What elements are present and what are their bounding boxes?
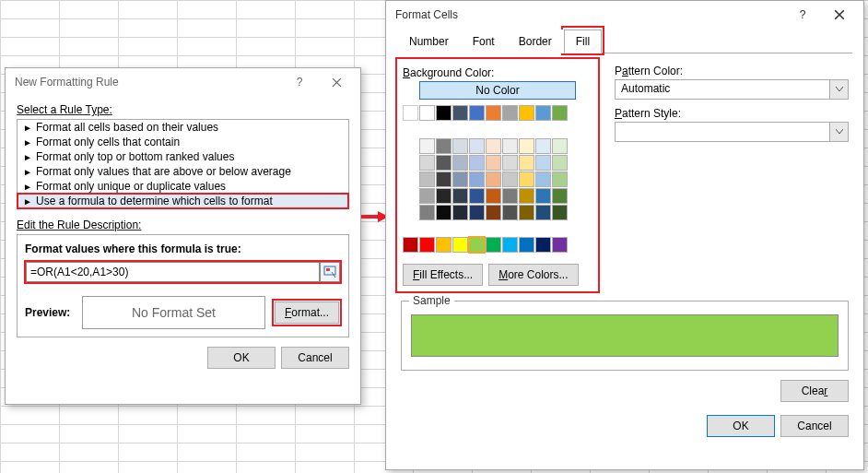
color-swatch[interactable] bbox=[486, 171, 501, 187]
color-swatch[interactable] bbox=[436, 138, 452, 154]
rule-type-item[interactable]: ►Format only top or bottom ranked values bbox=[18, 149, 348, 164]
color-swatch[interactable] bbox=[419, 205, 435, 220]
color-swatch[interactable] bbox=[419, 188, 435, 204]
cancel-button[interactable]: Cancel bbox=[780, 415, 849, 437]
new-formatting-rule-dialog: New Formatting Rule ? Select a Rule Type… bbox=[5, 67, 361, 405]
tab-fill[interactable]: Fill bbox=[564, 30, 602, 53]
rule-type-item-formula[interactable]: ►Use a formula to determine which cells … bbox=[18, 194, 348, 208]
color-swatch[interactable] bbox=[436, 237, 452, 253]
color-swatch[interactable] bbox=[419, 155, 435, 171]
rule-type-item[interactable]: ►Format only unique or duplicate values bbox=[18, 179, 348, 194]
color-swatch[interactable] bbox=[403, 237, 418, 253]
tab-number[interactable]: Number bbox=[397, 30, 461, 53]
pattern-color-select[interactable]: Automatic bbox=[615, 79, 849, 100]
color-swatch[interactable] bbox=[486, 105, 501, 121]
ok-button[interactable]: OK bbox=[207, 347, 276, 369]
color-swatch[interactable] bbox=[419, 138, 435, 154]
color-swatch[interactable] bbox=[502, 205, 518, 220]
color-swatch[interactable] bbox=[519, 155, 534, 171]
color-swatch[interactable] bbox=[452, 205, 468, 220]
color-swatch[interactable] bbox=[502, 171, 518, 187]
fill-effects-button[interactable]: Fill Effects... bbox=[403, 264, 483, 286]
more-colors-button[interactable]: More Colors... bbox=[488, 264, 578, 286]
color-swatch[interactable] bbox=[535, 138, 551, 154]
color-swatch[interactable] bbox=[469, 155, 485, 171]
color-swatch[interactable] bbox=[535, 237, 551, 253]
color-swatch[interactable] bbox=[502, 155, 518, 171]
clear-button[interactable]: Clear bbox=[780, 380, 849, 402]
theme-colors-grid[interactable] bbox=[403, 105, 592, 220]
color-swatch[interactable] bbox=[552, 105, 568, 121]
tab-border[interactable]: Border bbox=[507, 30, 564, 53]
ok-button[interactable]: OK bbox=[707, 415, 775, 437]
color-swatch[interactable] bbox=[486, 237, 501, 253]
color-swatch[interactable] bbox=[519, 171, 534, 187]
color-swatch[interactable] bbox=[486, 205, 501, 220]
standard-colors-grid[interactable] bbox=[403, 237, 592, 253]
format-button[interactable]: Format... bbox=[275, 302, 339, 324]
no-color-button[interactable]: No Color bbox=[419, 81, 576, 100]
color-swatch[interactable] bbox=[519, 188, 534, 204]
color-swatch[interactable] bbox=[419, 171, 435, 187]
nf-titlebar: New Formatting Rule ? bbox=[6, 68, 360, 96]
sample-area: Sample bbox=[401, 301, 849, 371]
color-swatch[interactable] bbox=[452, 237, 468, 253]
color-swatch[interactable] bbox=[486, 155, 501, 171]
color-swatch[interactable] bbox=[519, 138, 534, 154]
pattern-style-select[interactable] bbox=[615, 122, 849, 142]
color-swatch[interactable] bbox=[469, 171, 485, 187]
color-swatch[interactable] bbox=[469, 105, 485, 121]
rule-type-item[interactable]: ►Format all cells based on their values bbox=[18, 120, 348, 135]
color-swatch[interactable] bbox=[552, 138, 568, 154]
color-swatch[interactable] bbox=[535, 188, 551, 204]
color-swatch[interactable] bbox=[419, 237, 435, 253]
color-swatch[interactable] bbox=[535, 205, 551, 220]
rule-type-item[interactable]: ►Format only cells that contain bbox=[18, 135, 348, 149]
close-button[interactable] bbox=[821, 2, 858, 28]
color-swatch[interactable] bbox=[403, 105, 418, 121]
help-button[interactable]: ? bbox=[281, 69, 318, 95]
color-swatch[interactable] bbox=[436, 155, 452, 171]
color-swatch[interactable] bbox=[519, 105, 534, 121]
color-swatch[interactable] bbox=[519, 205, 534, 220]
formula-input[interactable] bbox=[26, 262, 320, 282]
color-swatch[interactable] bbox=[552, 188, 568, 204]
color-swatch[interactable] bbox=[436, 105, 452, 121]
color-swatch[interactable] bbox=[436, 171, 452, 187]
color-swatch[interactable] bbox=[519, 237, 534, 253]
color-swatch[interactable] bbox=[552, 237, 568, 253]
color-swatch[interactable] bbox=[502, 237, 518, 253]
cancel-button[interactable]: Cancel bbox=[281, 347, 349, 369]
color-swatch[interactable] bbox=[469, 205, 485, 220]
color-swatch[interactable] bbox=[452, 138, 468, 154]
chevron-down-icon bbox=[829, 123, 848, 141]
color-swatch[interactable] bbox=[535, 155, 551, 171]
color-swatch[interactable] bbox=[552, 155, 568, 171]
color-swatch[interactable] bbox=[535, 171, 551, 187]
color-swatch[interactable] bbox=[436, 205, 452, 220]
help-button[interactable]: ? bbox=[784, 2, 821, 28]
color-swatch[interactable] bbox=[452, 155, 468, 171]
color-swatch[interactable] bbox=[469, 138, 485, 154]
color-swatch[interactable] bbox=[502, 188, 518, 204]
color-swatch[interactable] bbox=[502, 138, 518, 154]
pattern-style-label: Pattern Style: bbox=[615, 107, 849, 120]
range-picker-button[interactable] bbox=[320, 262, 340, 282]
color-swatch[interactable] bbox=[452, 171, 468, 187]
color-swatch[interactable] bbox=[486, 138, 501, 154]
color-swatch[interactable] bbox=[552, 171, 568, 187]
color-swatch[interactable] bbox=[436, 188, 452, 204]
color-swatch[interactable] bbox=[535, 105, 551, 121]
color-swatch[interactable] bbox=[502, 105, 518, 121]
color-swatch[interactable] bbox=[469, 188, 485, 204]
rule-type-list[interactable]: ►Format all cells based on their values … bbox=[17, 119, 349, 209]
color-swatch[interactable] bbox=[452, 105, 468, 121]
rule-type-item[interactable]: ►Format only values that are above or be… bbox=[18, 164, 348, 179]
tab-font[interactable]: Font bbox=[461, 30, 507, 53]
color-swatch[interactable] bbox=[486, 188, 501, 204]
color-swatch[interactable] bbox=[419, 105, 435, 121]
color-swatch[interactable] bbox=[452, 188, 468, 204]
color-swatch[interactable] bbox=[469, 237, 485, 253]
close-button[interactable] bbox=[318, 69, 355, 95]
color-swatch[interactable] bbox=[552, 205, 568, 220]
